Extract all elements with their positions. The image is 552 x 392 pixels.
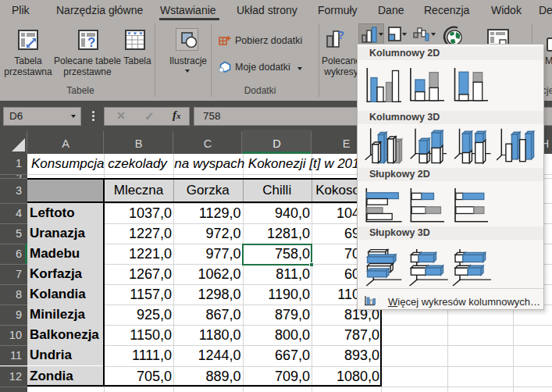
svg-text:?: ? [337,28,344,41]
svg-text:?: ? [87,35,95,50]
